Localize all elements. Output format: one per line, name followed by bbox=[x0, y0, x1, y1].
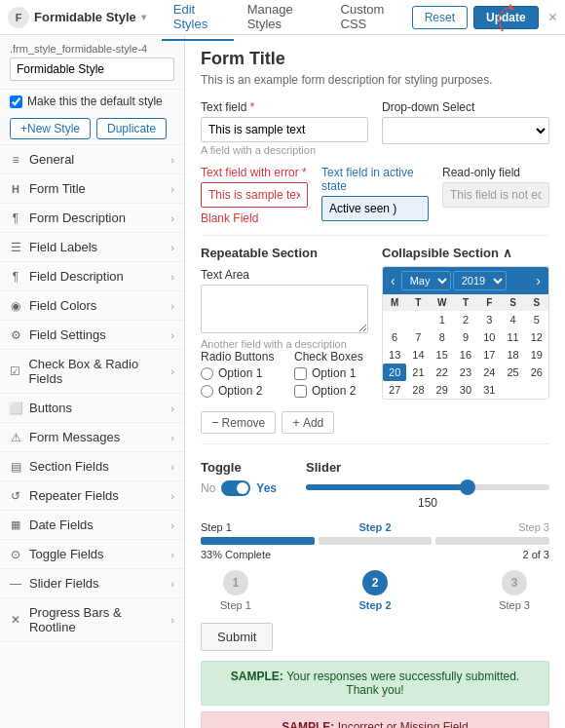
cal-day-27[interactable]: 27 bbox=[383, 381, 406, 399]
sidebar-item-toggle-fields[interactable]: ⊙ Toggle Fields › bbox=[0, 540, 184, 569]
cal-day-11[interactable]: 11 bbox=[501, 328, 524, 346]
sidebar-item-field-description[interactable]: ¶ Field Description › bbox=[0, 262, 184, 291]
cal-day-17[interactable]: 17 bbox=[477, 346, 501, 364]
dropdown-icon[interactable]: ▾ bbox=[141, 12, 146, 22]
error-field-input[interactable] bbox=[201, 182, 308, 208]
plus-icon: + bbox=[292, 415, 300, 430]
cal-day-7[interactable]: 7 bbox=[406, 328, 430, 346]
toggle-switch[interactable] bbox=[221, 480, 250, 496]
cal-next-button[interactable]: › bbox=[532, 273, 545, 288]
sidebar-item-label: Toggle Fields bbox=[29, 547, 104, 561]
active-field-input[interactable] bbox=[321, 196, 429, 221]
cal-day-9[interactable]: 9 bbox=[454, 328, 477, 346]
active-field-label: Text field in active state bbox=[321, 166, 429, 193]
cal-day-1[interactable]: 1 bbox=[431, 311, 454, 328]
sidebar-item-field-labels[interactable]: ☰ Field Labels › bbox=[0, 233, 184, 262]
calendar-grid: M T W T F S S 1 2 3 4 5 bbox=[383, 294, 548, 399]
cal-day-13[interactable]: 13 bbox=[383, 346, 406, 364]
sidebar-item-label: Check Box & Radio Fields bbox=[28, 357, 170, 386]
tab-manage-styles[interactable]: Manage Styles bbox=[236, 0, 327, 41]
error-text: Incorrect or Missing Field bbox=[338, 720, 469, 728]
tab-custom-css[interactable]: Custom CSS bbox=[329, 0, 412, 41]
cal-month-select[interactable]: May bbox=[401, 271, 451, 290]
update-button[interactable]: Update bbox=[473, 6, 539, 29]
chevron-right-icon: › bbox=[170, 242, 174, 253]
progress-bar-row bbox=[201, 537, 549, 545]
radio-input-2[interactable] bbox=[201, 385, 213, 398]
cal-day-24[interactable]: 24 bbox=[477, 364, 501, 381]
sidebar-item-slider-fields[interactable]: — Slider Fields › bbox=[0, 569, 184, 598]
cal-day-14[interactable]: 14 bbox=[406, 346, 430, 364]
submit-button[interactable]: Submit bbox=[201, 623, 273, 651]
cal-day-12[interactable]: 12 bbox=[525, 328, 548, 346]
cal-day-10[interactable]: 10 bbox=[477, 328, 501, 346]
tab-edit-styles[interactable]: Edit Styles bbox=[162, 0, 234, 41]
sidebar-item-field-settings[interactable]: ⚙ Field Settings › bbox=[0, 321, 184, 350]
error-active-readonly-row: Text field with error * Blank Field Text… bbox=[201, 166, 549, 225]
step-circle-3: 3 bbox=[502, 570, 527, 595]
cal-prev-button[interactable]: ‹ bbox=[387, 273, 399, 288]
cal-day-3[interactable]: 3 bbox=[477, 311, 501, 328]
sidebar-item-repeater-fields[interactable]: ↺ Repeater Fields › bbox=[0, 481, 184, 511]
sidebar-item-date-fields[interactable]: ▦ Date Fields › bbox=[0, 511, 184, 540]
checkbox-input-1[interactable] bbox=[294, 367, 307, 380]
error-prefix: SAMPLE: bbox=[282, 720, 337, 728]
radio-input-1[interactable] bbox=[201, 367, 213, 380]
cal-day-28[interactable]: 28 bbox=[406, 381, 430, 399]
cal-day-26[interactable]: 26 bbox=[525, 364, 548, 381]
step-item-2: 2 Step 2 bbox=[358, 570, 391, 611]
slider-thumb[interactable] bbox=[460, 479, 475, 495]
cal-day-2[interactable]: 2 bbox=[454, 311, 477, 328]
duplicate-button[interactable]: Duplicate bbox=[96, 118, 167, 139]
add-button[interactable]: + Add bbox=[282, 411, 334, 434]
cal-day-23[interactable]: 23 bbox=[454, 364, 477, 381]
cal-day-19[interactable]: 19 bbox=[525, 346, 548, 364]
dropdown-select[interactable] bbox=[382, 117, 549, 144]
sidebar-item-buttons[interactable]: ⬜ Buttons › bbox=[0, 394, 184, 423]
sidebar-item-form-messages[interactable]: ⚠ Form Messages › bbox=[0, 423, 184, 452]
sidebar-item-field-colors[interactable]: ◉ Field Colors › bbox=[0, 291, 184, 321]
chevron-right-icon: › bbox=[170, 519, 174, 531]
cal-day-21[interactable]: 21 bbox=[406, 364, 430, 381]
sidebar-item-form-title[interactable]: H Form Title › bbox=[0, 174, 184, 204]
sidebar-item-label: General bbox=[29, 152, 74, 167]
sidebar-item-checkbox-radio[interactable]: ☑ Check Box & Radio Fields › bbox=[0, 350, 184, 394]
sidebar-item-general[interactable]: ≡ General › bbox=[0, 145, 184, 174]
cal-day-30[interactable]: 30 bbox=[454, 381, 477, 399]
cal-day-29[interactable]: 29 bbox=[431, 381, 454, 399]
chevron-right-icon: › bbox=[170, 212, 174, 224]
sidebar-item-label: Field Settings bbox=[29, 327, 106, 342]
checkbox-input-2[interactable] bbox=[294, 385, 307, 398]
cal-day-22[interactable]: 22 bbox=[431, 364, 454, 381]
sidebar-item-label: Section Fields bbox=[29, 459, 109, 474]
cal-day-5[interactable]: 5 bbox=[525, 311, 548, 328]
textarea-input[interactable] bbox=[201, 285, 368, 333]
cal-year-select[interactable]: 2019 bbox=[453, 271, 507, 290]
cal-day-4[interactable]: 4 bbox=[501, 311, 524, 328]
toggle-slider-row: Toggle No Yes Slider 150 bbox=[201, 454, 549, 510]
chevron-up-icon[interactable]: ∧ bbox=[503, 246, 512, 260]
cal-day-18[interactable]: 18 bbox=[501, 346, 524, 364]
cal-day-6[interactable]: 6 bbox=[383, 328, 406, 346]
cal-day-20-today[interactable]: 20 bbox=[383, 364, 406, 381]
reset-button[interactable]: Reset bbox=[412, 6, 468, 29]
slider-fields-icon: — bbox=[8, 577, 23, 591]
cal-day-25[interactable]: 25 bbox=[501, 364, 524, 381]
text-field-input[interactable] bbox=[201, 117, 368, 142]
style-name-input[interactable] bbox=[10, 57, 174, 81]
cal-day-16[interactable]: 16 bbox=[454, 346, 477, 364]
sidebar-item-progress-bars[interactable]: ✕ Progress Bars & Rootline › bbox=[0, 598, 184, 642]
checkbox-label-1: Option 1 bbox=[312, 366, 356, 380]
remove-button[interactable]: − Remove bbox=[201, 411, 276, 434]
default-style-checkbox[interactable] bbox=[10, 96, 22, 108]
sidebar-item-section-fields[interactable]: ▤ Section Fields › bbox=[0, 452, 184, 481]
cal-day-31[interactable]: 31 bbox=[477, 381, 501, 399]
progress-label-step1: Step 1 bbox=[201, 521, 232, 533]
radio-option-1: Option 1 bbox=[201, 366, 275, 380]
sidebar-item-form-description[interactable]: ¶ Form Description › bbox=[0, 204, 184, 233]
form-messages-icon: ⚠ bbox=[8, 431, 23, 444]
close-button[interactable]: × bbox=[548, 9, 557, 26]
cal-day-8[interactable]: 8 bbox=[431, 328, 454, 346]
new-style-button[interactable]: +New Style bbox=[10, 118, 91, 139]
cal-day-15[interactable]: 15 bbox=[431, 346, 454, 364]
